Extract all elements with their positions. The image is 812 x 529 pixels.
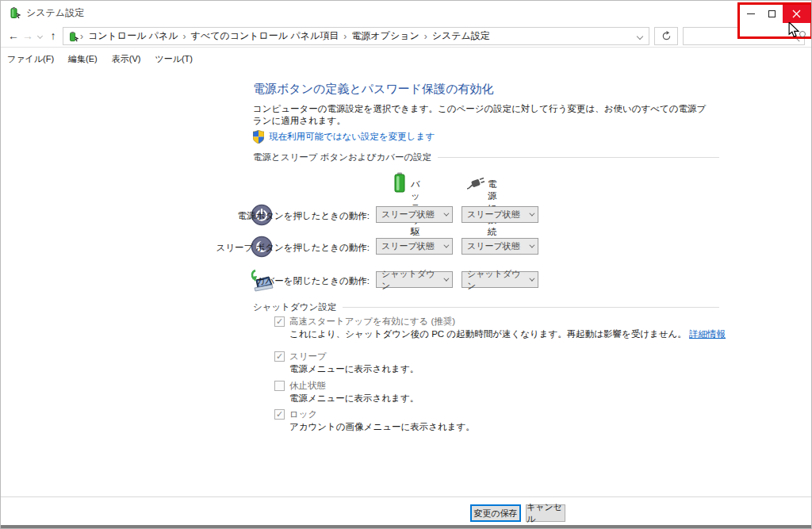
selected-value: シャットダウン	[381, 268, 443, 292]
page-description: コンピューターの電源設定を選択できます。このページの設定に対して行う変更は、お使…	[253, 103, 710, 127]
power-button-row: 電源ボタンを押したときの動作: スリープ状態 スリープ状態	[1, 204, 811, 229]
sleep-description: 電源メニューに表示されます。	[289, 363, 419, 375]
close-button[interactable]	[783, 5, 810, 23]
maximize-icon	[768, 10, 776, 17]
selected-value: スリープ状態	[467, 209, 520, 220]
breadcrumb-separator: ›	[343, 31, 347, 42]
lid-close-plugged-in-select[interactable]: シャットダウン	[462, 271, 538, 288]
chevron-down-icon	[443, 211, 449, 217]
battery-icon	[394, 172, 405, 193]
breadcrumb-power-options[interactable]: 電源オプション	[351, 29, 419, 43]
window-controls	[740, 5, 810, 23]
lock-description: アカウントの画像メニューに表示されます。	[289, 421, 475, 433]
chevron-down-icon	[443, 276, 449, 282]
close-icon	[792, 10, 801, 18]
minimize-icon	[747, 13, 755, 14]
more-info-link[interactable]: 詳細情報	[689, 329, 726, 339]
plug-icon	[465, 176, 485, 190]
navigation-bar: ← → ↑ › コントロール パネル › すべてのコントロール パネル項目 › …	[1, 25, 811, 48]
fast-startup-label[interactable]: 高速スタートアップを有効にする (推奨)	[289, 316, 455, 328]
section-shutdown-settings: シャットダウン設定	[253, 301, 719, 313]
selected-value: シャットダウン	[467, 268, 529, 292]
address-bar[interactable]: › コントロール パネル › すべてのコントロール パネル項目 › 電源オプショ…	[63, 27, 649, 45]
minimize-button[interactable]	[740, 5, 761, 23]
power-options-app-icon	[8, 6, 21, 19]
fast-startup-description: これにより、シャットダウン後の PC の起動時間が速くなります。再起動は影響を受…	[289, 328, 726, 340]
sleep-label[interactable]: スリープ	[289, 351, 327, 362]
history-dropdown-icon[interactable]	[35, 25, 44, 47]
sleep-button-row: スリープ ボタンを押したときの動作: スリープ状態 スリープ状態	[1, 236, 811, 261]
chevron-down-icon	[529, 243, 534, 248]
lid-close-row: カバーを閉じたときの動作: シャットダウン シャットダウン	[1, 269, 811, 294]
address-dropdown-icon[interactable]	[637, 33, 643, 39]
chevron-down-icon	[529, 211, 534, 217]
uac-shield-icon	[253, 130, 264, 144]
refresh-button[interactable]	[654, 27, 678, 45]
breadcrumb-separator: ›	[183, 31, 186, 42]
sleep-checkbox[interactable]: ✓	[274, 351, 285, 362]
cancel-button[interactable]: キャンセル	[526, 504, 565, 522]
breadcrumb-system-settings[interactable]: システム設定	[432, 29, 490, 43]
menu-file[interactable]: ファイル(F)	[7, 53, 54, 65]
window-title: システム設定	[26, 1, 84, 25]
description-text: これにより、シャットダウン後の PC の起動時間が速くなります。再起動は影響を受…	[289, 329, 687, 339]
breadcrumb-separator: ›	[424, 31, 427, 42]
refresh-icon	[661, 31, 672, 41]
chevron-down-icon	[443, 243, 449, 248]
section-title: 電源とスリープ ボタンおよびカバーの設定	[253, 151, 431, 163]
lid-close-on-battery-select[interactable]: シャットダウン	[376, 271, 453, 288]
power-button-plugged-in-select[interactable]: スリープ状態	[462, 206, 538, 223]
power-button-on-battery-select[interactable]: スリープ状態	[376, 206, 453, 223]
section-power-sleep-lid: 電源とスリープ ボタンおよびカバーの設定	[253, 151, 719, 163]
menu-view[interactable]: 表示(V)	[112, 53, 141, 65]
power-options-breadcrumb-icon	[67, 31, 79, 42]
power-button-action-label: 電源ボタンを押したときの動作:	[237, 210, 370, 222]
change-unavailable-settings-link[interactable]: 現在利用可能ではない設定を変更します	[269, 131, 435, 143]
system-settings-window: システム設定 ← → ↑ › コントロール パネル › すべてのコントロール パ…	[0, 0, 812, 529]
sleep-button-plugged-in-select[interactable]: スリープ状態	[462, 238, 538, 255]
selected-value: スリープ状態	[381, 240, 435, 252]
menu-bar: ファイル(F) 編集(E) 表示(V) ツール(T)	[1, 48, 811, 69]
window-bottom-edge	[1, 525, 811, 528]
selected-value: スリープ状態	[467, 240, 520, 252]
hibernate-label[interactable]: 休止状態	[289, 380, 326, 392]
lock-label[interactable]: ロック	[289, 408, 317, 420]
section-title: シャットダウン設定	[253, 301, 336, 313]
selected-value: スリープ状態	[381, 209, 435, 220]
chevron-down-icon	[529, 276, 534, 282]
lid-close-action-label: カバーを閉じたときの動作:	[256, 275, 370, 287]
breadcrumb-control-panel[interactable]: コントロール パネル	[88, 29, 178, 43]
title-bar: システム設定	[1, 1, 811, 25]
back-icon[interactable]: ←	[6, 25, 21, 47]
maximize-button[interactable]	[761, 5, 783, 23]
mouse-cursor	[787, 22, 800, 38]
menu-tools[interactable]: ツール(T)	[155, 53, 193, 65]
annotation-highlight-box	[737, 2, 812, 39]
up-icon[interactable]: ↑	[46, 25, 60, 47]
forward-icon[interactable]: →	[21, 25, 34, 47]
hibernate-checkbox[interactable]	[274, 381, 285, 391]
breadcrumb-separator: ›	[80, 31, 83, 42]
menu-edit[interactable]: 編集(E)	[68, 53, 98, 65]
fast-startup-checkbox[interactable]: ✓	[274, 316, 285, 327]
sleep-button-action-label: スリープ ボタンを押したときの動作:	[216, 242, 370, 254]
footer-divider	[1, 496, 811, 497]
breadcrumb-all-items[interactable]: すべてのコントロール パネル項目	[191, 29, 339, 43]
sleep-button-on-battery-select[interactable]: スリープ状態	[376, 238, 453, 255]
page-title: 電源ボタンの定義とパスワード保護の有効化	[253, 82, 494, 97]
lock-checkbox[interactable]: ✓	[274, 409, 285, 420]
hibernate-description: 電源メニューに表示されます。	[289, 393, 419, 404]
save-changes-button[interactable]: 変更の保存	[470, 504, 521, 522]
